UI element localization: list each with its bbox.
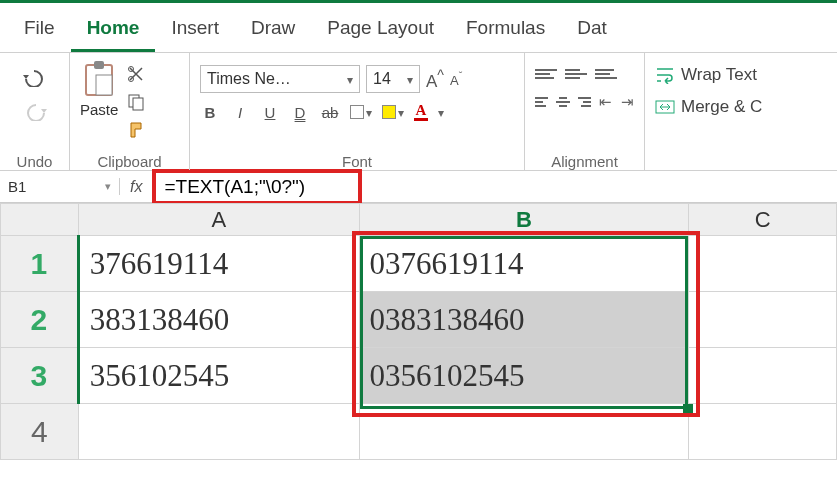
tab-home[interactable]: Home [71,9,156,52]
decrease-indent-button[interactable]: ⇤ [599,93,612,111]
paste-label: Paste [80,101,118,118]
align-right-button[interactable] [578,93,591,111]
cell-b4[interactable] [359,404,689,460]
tab-file[interactable]: File [8,9,71,52]
svg-rect-6 [133,98,143,110]
scissors-icon [127,65,145,83]
copy-icon [127,93,145,111]
tab-draw[interactable]: Draw [235,9,311,52]
undo-button[interactable] [20,65,50,89]
svg-rect-1 [94,61,104,69]
tab-data[interactable]: Dat [561,9,623,52]
increase-indent-button[interactable]: ⇥ [621,93,634,111]
cell-c4[interactable] [689,404,837,460]
italic-button[interactable]: I [230,104,250,121]
name-box[interactable]: B1 ▾ [0,178,120,195]
chevron-down-icon [347,70,353,88]
chevron-down-icon: ▾ [105,180,111,193]
formula-input[interactable] [162,175,352,199]
double-underline-button[interactable]: D [290,104,310,121]
chevron-down-icon [366,104,372,121]
tab-page-layout[interactable]: Page Layout [311,9,450,52]
group-label-font: Font [190,153,524,170]
group-label-alignment: Alignment [525,153,644,170]
formula-highlight [152,169,362,205]
ribbon: Undo Paste Clipboard [0,53,837,171]
cell-a3[interactable]: 356102545 [78,348,359,404]
worksheet[interactable]: A B C 1 376619114 0376619114 2 383138460… [0,203,837,460]
paintbrush-icon [127,121,145,139]
row-header-4[interactable]: 4 [1,404,79,460]
cell-a4[interactable] [78,404,359,460]
clipboard-icon [82,59,116,99]
font-color-button[interactable]: A [414,103,428,121]
paste-button[interactable]: Paste [80,59,118,118]
select-all-corner[interactable] [1,204,79,236]
align-bottom-button[interactable] [595,65,617,83]
copy-button[interactable] [124,91,148,113]
align-left-button[interactable] [535,93,548,111]
wrap-text-label: Wrap Text [681,65,757,85]
cell-c2[interactable] [689,292,837,348]
chevron-down-icon [407,70,413,88]
tab-formulas[interactable]: Formulas [450,9,561,52]
decrease-font-size-button[interactable]: Aˇ [450,70,462,88]
merge-center-label: Merge & C [681,97,762,117]
font-size-combo[interactable]: 14 [366,65,420,93]
column-header-a[interactable]: A [78,204,359,236]
svg-rect-2 [96,75,112,95]
wrap-text-icon [655,66,675,84]
fx-label[interactable]: fx [120,178,152,196]
chevron-down-icon [398,104,404,121]
wrap-text-button[interactable]: Wrap Text [655,59,827,91]
align-middle-button[interactable] [565,65,587,83]
bold-button[interactable]: B [200,104,220,121]
chevron-down-icon [438,104,444,121]
cell-a1[interactable]: 376619114 [78,236,359,292]
borders-button[interactable] [350,104,372,121]
cell-a2[interactable]: 383138460 [78,292,359,348]
cut-button[interactable] [124,63,148,85]
column-header-b[interactable]: B [359,204,689,236]
cell-c1[interactable] [689,236,837,292]
formula-bar: B1 ▾ fx [0,171,837,203]
align-top-button[interactable] [535,65,557,83]
font-name-combo[interactable]: Times Ne… [200,65,360,93]
merge-center-button[interactable]: Merge & C [655,91,827,123]
format-painter-button[interactable] [124,119,148,141]
font-size-value: 14 [373,70,391,88]
group-label-clipboard: Clipboard [70,153,189,170]
row-header-1[interactable]: 1 [1,236,79,292]
underline-button[interactable]: U [260,104,280,121]
redo-button[interactable] [20,99,50,123]
name-box-value: B1 [8,178,26,195]
tab-insert[interactable]: Insert [155,9,235,52]
row-header-3[interactable]: 3 [1,348,79,404]
ribbon-tabs: File Home Insert Draw Page Layout Formul… [0,3,837,53]
cell-b1[interactable]: 0376619114 [359,236,689,292]
row-header-2[interactable]: 2 [1,292,79,348]
fill-color-button[interactable] [382,104,404,121]
cell-c3[interactable] [689,348,837,404]
increase-font-size-button[interactable]: A^ [426,67,444,92]
font-name-value: Times Ne… [207,70,291,88]
column-header-c[interactable]: C [689,204,837,236]
merge-icon [655,98,675,116]
cell-b3[interactable]: 0356102545 [359,348,689,404]
cell-b2[interactable]: 0383138460 [359,292,689,348]
align-center-button[interactable] [556,93,569,111]
group-label-undo: Undo [0,153,69,170]
strikethrough-button[interactable]: ab [320,104,340,121]
